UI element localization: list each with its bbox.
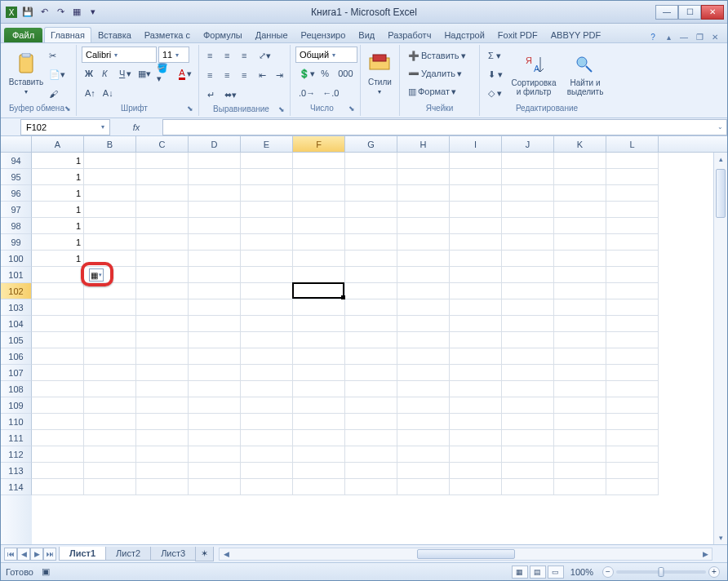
decrease-font-button[interactable]: А↓ [100, 84, 117, 102]
insert-cells-button[interactable]: ➕ Вставить ▾ [405, 47, 474, 64]
indent-dec-button[interactable]: ⇤ [255, 66, 272, 84]
scroll-left-button[interactable]: ◀ [220, 550, 233, 558]
chevron-down-icon[interactable]: ▾ [101, 123, 104, 131]
number-launcher-icon[interactable]: ⬊ [348, 103, 355, 114]
macro-record-icon[interactable]: ▣ [42, 566, 50, 577]
ribbon-tab-3[interactable]: Формулы [197, 27, 249, 42]
indent-inc-button[interactable]: ⇥ [273, 66, 289, 84]
comma-button[interactable]: 000 [335, 64, 355, 82]
mdi-restore-icon[interactable]: ❐ [693, 31, 706, 42]
view-layout-button[interactable]: ▤ [530, 565, 546, 579]
cell-A95[interactable]: 1 [32, 169, 84, 185]
col-header-B[interactable]: B [84, 136, 136, 152]
zoom-level[interactable]: 100% [570, 567, 593, 577]
zoom-in-button[interactable]: + [708, 566, 720, 578]
sheet-tab-2[interactable]: Лист3 [150, 547, 196, 561]
ribbon-minimize-icon[interactable]: ▴ [662, 31, 675, 42]
new-sheet-button[interactable]: ✶ [195, 547, 214, 561]
row-header-96[interactable]: 96 [1, 185, 32, 202]
row-header-98[interactable]: 98 [1, 218, 32, 234]
find-select-button[interactable]: Найти и выделить [562, 47, 609, 103]
col-header-D[interactable]: D [189, 136, 241, 152]
border-button[interactable]: ▦▾ [135, 64, 153, 82]
sheet-nav-first-icon[interactable]: ⏮ [4, 548, 17, 561]
excel-icon[interactable]: X [4, 5, 19, 20]
row-header-110[interactable]: 110 [1, 414, 32, 430]
row-header-104[interactable]: 104 [1, 316, 32, 332]
increase-font-button[interactable]: А↑ [82, 84, 99, 102]
format-cells-button[interactable]: ▥ Формат ▾ [405, 82, 474, 100]
sort-filter-button[interactable]: ЯА Сортировка и фильтр [508, 47, 559, 103]
chevron-down-icon[interactable]: ▾ [99, 272, 102, 278]
align-left-button[interactable]: ≡ [204, 66, 220, 84]
sheet-tab-0[interactable]: Лист1 [59, 547, 106, 561]
font-color-button[interactable]: А▾ [175, 64, 193, 82]
ribbon-tab-5[interactable]: Рецензиро [295, 27, 353, 42]
col-header-E[interactable]: E [241, 136, 293, 152]
minimize-button[interactable]: — [655, 5, 678, 20]
format-painter-button[interactable]: 🖌 [46, 85, 69, 103]
number-format-combo[interactable]: Общий▾ [295, 47, 357, 63]
ribbon-tab-4[interactable]: Данные [249, 27, 295, 42]
col-header-G[interactable]: G [345, 136, 397, 152]
ribbon-tab-1[interactable]: Вставка [91, 27, 138, 42]
scroll-down-button[interactable]: ▾ [714, 531, 727, 544]
font-launcher-icon[interactable]: ⬊ [187, 103, 193, 114]
zoom-thumb[interactable] [659, 567, 664, 577]
vscroll-thumb[interactable] [716, 169, 726, 218]
formula-bar-expand-icon[interactable]: ⌄ [714, 119, 727, 135]
zoom-out-button[interactable]: − [602, 566, 614, 578]
row-header-109[interactable]: 109 [1, 397, 32, 414]
fx-button[interactable]: fx [133, 122, 140, 132]
ribbon-tab-9[interactable]: Foxit PDF [491, 27, 544, 42]
align-bottom-button[interactable]: ≡ [238, 47, 255, 64]
row-header-114[interactable]: 114 [1, 479, 32, 495]
align-center-button[interactable]: ≡ [221, 66, 237, 84]
align-top-button[interactable]: ≡ [204, 47, 220, 64]
italic-button[interactable]: К [99, 64, 115, 82]
row-header-94[interactable]: 94 [1, 153, 32, 169]
underline-button[interactable]: Ч▾ [116, 64, 134, 82]
row-header-100[interactable]: 100 [1, 251, 32, 267]
formula-input[interactable] [162, 119, 714, 135]
row-header-107[interactable]: 107 [1, 365, 32, 381]
cells-area[interactable]: 1111111▦▾ [32, 153, 727, 544]
col-header-A[interactable]: A [32, 136, 84, 152]
cell-A99[interactable]: 1 [32, 234, 84, 251]
qat-icon-4[interactable]: ▦ [69, 5, 84, 20]
row-header-99[interactable]: 99 [1, 234, 32, 251]
ribbon-tab-10[interactable]: ABBYY PDF [544, 27, 608, 42]
autofill-options-button[interactable]: ▦▾ [89, 268, 104, 282]
scroll-up-button[interactable]: ▴ [714, 153, 727, 166]
sheet-nav-last-icon[interactable]: ⏭ [43, 548, 56, 561]
sheet-nav-next-icon[interactable]: ▶ [30, 548, 43, 561]
ribbon-tab-0[interactable]: Главная [44, 27, 91, 42]
col-header-I[interactable]: I [450, 136, 502, 152]
select-all-corner[interactable] [1, 136, 32, 152]
align-middle-button[interactable]: ≡ [221, 47, 237, 64]
vertical-scrollbar[interactable]: ▴ ▾ [713, 153, 727, 544]
row-header-112[interactable]: 112 [1, 446, 32, 463]
ribbon-tab-6[interactable]: Вид [352, 27, 381, 42]
cell-A98[interactable]: 1 [32, 218, 84, 234]
qat-dropdown-icon[interactable]: ▾ [86, 5, 100, 20]
cell-A100[interactable]: 1 [32, 251, 84, 267]
close-button[interactable]: ✕ [701, 5, 724, 20]
ribbon-tab-2[interactable]: Разметка с [138, 27, 197, 42]
ribbon-tab-8[interactable]: Надстрой [437, 27, 491, 42]
cell-A96[interactable]: 1 [32, 185, 84, 202]
help-icon[interactable]: ? [646, 31, 659, 42]
merge-button[interactable]: ⬌▾ [221, 86, 240, 104]
undo-icon[interactable]: ↶ [37, 5, 51, 20]
col-header-K[interactable]: K [554, 136, 606, 152]
zoom-slider[interactable] [616, 570, 706, 574]
col-header-L[interactable]: L [606, 136, 659, 152]
clipboard-launcher-icon[interactable]: ⬊ [64, 103, 71, 114]
row-header-111[interactable]: 111 [1, 430, 32, 446]
redo-icon[interactable]: ↷ [53, 5, 68, 20]
maximize-button[interactable]: ☐ [678, 5, 701, 20]
fill-button[interactable]: ⬇ ▾ [485, 66, 506, 84]
sheet-tab-1[interactable]: Лист2 [105, 547, 151, 561]
ribbon-tab-7[interactable]: Разработч [381, 27, 437, 42]
row-header-113[interactable]: 113 [1, 463, 32, 479]
